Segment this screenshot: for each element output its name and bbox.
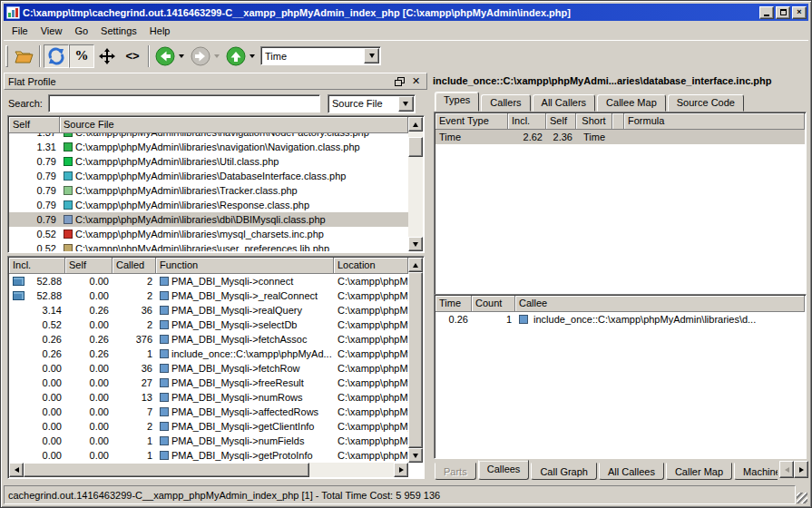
column-header-incl-[interactable]: Incl.: [9, 258, 65, 274]
status-message: cachegrind.out.1416463299-C__xampp_phpMy…: [4, 485, 796, 504]
table-row[interactable]: 0.000.001PMA_DBI_Mysqli->getProtoInfoC:\…: [9, 448, 408, 463]
tab-callees[interactable]: Callees: [478, 460, 530, 480]
resize-grip[interactable]: [797, 493, 807, 503]
vertical-scrollbar[interactable]: [408, 258, 423, 463]
event-type-combobox[interactable]: Time: [260, 46, 381, 65]
table-row[interactable]: 0.000.0027PMA_DBI_Mysqli->freeResultC:\x…: [9, 376, 408, 390]
table-row[interactable]: 0.000.007PMA_DBI_Mysqli->affectedRowsC:\…: [9, 405, 408, 419]
tab-all-callers[interactable]: All Callers: [533, 94, 596, 112]
tab-parts[interactable]: Parts: [435, 463, 476, 480]
scroll-down-button[interactable]: [408, 237, 423, 251]
function-cell: PMA_DBI_Mysqli->affectedRows: [156, 405, 334, 419]
tab-machine[interactable]: Machine: [734, 463, 778, 480]
table-row[interactable]: 0.79C:\xampp\phpMyAdmin\libraries\Respon…: [9, 198, 408, 212]
scroll-left-button[interactable]: [9, 463, 24, 477]
menu-item-help[interactable]: Help: [143, 24, 177, 38]
up-button[interactable]: [223, 44, 249, 68]
tab-source-code[interactable]: Source Code: [668, 94, 744, 112]
menu-item-settings[interactable]: Settings: [94, 24, 143, 38]
column-header-time[interactable]: Time: [435, 296, 472, 312]
forward-dropdown-caret[interactable]: [214, 54, 220, 58]
minimize-button[interactable]: [759, 6, 774, 19]
column-header-formula[interactable]: Formula: [624, 113, 805, 130]
table-row[interactable]: 0.260.261include_once::C:\xampp\phpMyAd.…: [9, 347, 408, 361]
menu-item-view[interactable]: View: [34, 24, 69, 38]
table-row[interactable]: 0.79C:\xampp\phpMyAdmin\libraries\Tracke…: [9, 183, 408, 198]
title-bar[interactable]: C:\xampp\tmp\cachegrind.out.1416463299-C…: [4, 4, 808, 21]
group-by-combobox[interactable]: Source File: [328, 94, 416, 113]
menu-item-file[interactable]: File: [5, 24, 34, 38]
back-button[interactable]: [152, 44, 178, 68]
table-row[interactable]: 0.52C:\xampp\phpMyAdmin\libraries\mysql_…: [9, 227, 408, 241]
column-header-function[interactable]: Function: [156, 258, 334, 274]
scrollbar-thumb[interactable]: [408, 272, 423, 448]
tab-scroll-left-button[interactable]: [779, 461, 794, 478]
search-input[interactable]: [48, 94, 320, 112]
scrollbar-thumb[interactable]: [408, 137, 423, 157]
back-dropdown-caret[interactable]: [179, 54, 184, 58]
table-row[interactable]: 0.52C:\xampp\phpMyAdmin\libraries\user_p…: [9, 241, 408, 251]
pan-button[interactable]: [94, 44, 120, 68]
scroll-up-button[interactable]: [408, 258, 423, 272]
vertical-scrollbar[interactable]: [408, 117, 423, 251]
tab-callee-map[interactable]: Callee Map: [597, 94, 666, 112]
cost-color-icon: [519, 315, 528, 324]
maximize-button[interactable]: [776, 6, 790, 19]
scroll-down-button[interactable]: [408, 448, 423, 463]
column-header-self[interactable]: Self: [9, 117, 60, 133]
column-header-callee[interactable]: Callee: [515, 296, 805, 312]
column-header-location[interactable]: Location: [334, 258, 408, 274]
column-header-called[interactable]: Called: [113, 258, 156, 274]
column-header-self[interactable]: Self: [546, 113, 576, 130]
column-header-source-file[interactable]: Source File: [60, 117, 408, 133]
column-header-event-type[interactable]: Event Type: [435, 113, 508, 130]
dock-title-bar[interactable]: Flat Profile ✕: [4, 73, 427, 90]
tab-call-graph[interactable]: Call Graph: [531, 463, 597, 480]
close-button[interactable]: ×: [792, 6, 807, 19]
table-row[interactable]: 0.000.0036PMA_DBI_Mysqli->fetchRowC:\xam…: [9, 361, 408, 376]
table-row[interactable]: 0.261 include_once::C:\xampp\phpMyAdmin\…: [435, 312, 805, 327]
scrollbar-thumb[interactable]: [24, 463, 309, 477]
column-header-spacer[interactable]: [612, 113, 624, 130]
table-row[interactable]: 1.31C:\xampp\phpMyAdmin\libraries\naviga…: [9, 140, 408, 154]
table-row[interactable]: 0.520.002PMA_DBI_Mysqli->selectDbC:\xamp…: [9, 318, 408, 332]
table-row[interactable]: Time2.622.36Time: [435, 130, 805, 144]
up-dropdown-caret[interactable]: [249, 54, 255, 58]
tab-types[interactable]: Types: [435, 92, 479, 112]
table-row[interactable]: 0.260.26376PMA_DBI_Mysqli->fetchAssocC:\…: [9, 332, 408, 347]
dock-close-button[interactable]: ✕: [409, 75, 423, 88]
tab-callers[interactable]: Callers: [481, 94, 530, 112]
table-row[interactable]: 0.000.001PMA_DBI_Mysqli->numFieldsC:\xam…: [9, 434, 408, 448]
table-row[interactable]: 3.140.2636PMA_DBI_Mysqli->realQueryC:\xa…: [9, 303, 408, 318]
combo-dropdown-button[interactable]: [398, 96, 414, 112]
table-row[interactable]: 52.880.002PMA_DBI_Mysqli->_realConnectC:…: [9, 288, 408, 303]
table-row[interactable]: 1.37C:\xampp\phpMyAdmin\libraries\naviga…: [9, 133, 408, 140]
relative-percent-button[interactable]: %: [69, 44, 94, 68]
menu-item-go[interactable]: Go: [68, 24, 94, 38]
toolbar-handle[interactable]: [5, 45, 8, 67]
column-header-incl-[interactable]: Incl.: [508, 113, 546, 130]
incl-cost-cell: 0.00: [9, 361, 65, 376]
table-row[interactable]: 0.000.002PMA_DBI_Mysqli->getClientInfoC:…: [9, 419, 408, 434]
table-row[interactable]: 0.79C:\xampp\phpMyAdmin\libraries\Databa…: [9, 169, 408, 183]
table-row[interactable]: 0.000.0013PMA_DBI_Mysqli->numRowsC:\xamp…: [9, 390, 408, 405]
column-header-short[interactable]: Short: [576, 113, 612, 130]
scroll-up-button[interactable]: [408, 117, 423, 132]
column-header-count[interactable]: Count: [472, 296, 515, 312]
tab-all-callees[interactable]: All Callees: [599, 463, 664, 480]
expand-collapse-button[interactable]: <>: [120, 44, 145, 68]
self-cost-cell: 0.79: [9, 169, 60, 183]
tab-caller-map[interactable]: Caller Map: [666, 463, 732, 480]
column-header-self[interactable]: Self: [65, 258, 113, 274]
dock-float-button[interactable]: [393, 75, 406, 88]
horizontal-scrollbar[interactable]: [9, 463, 408, 477]
table-row[interactable]: 0.79C:\xampp\phpMyAdmin\libraries\dbi\DB…: [9, 212, 408, 227]
open-file-button[interactable]: [11, 44, 36, 68]
combo-dropdown-button[interactable]: [364, 48, 379, 64]
table-row[interactable]: 52.880.002PMA_DBI_Mysqli->connectC:\xamp…: [9, 274, 408, 288]
tab-scroll-right-button[interactable]: [794, 461, 808, 478]
scroll-right-button[interactable]: [394, 463, 408, 477]
table-row[interactable]: 0.79C:\xampp\phpMyAdmin\libraries\Util.c…: [9, 154, 408, 169]
reload-button[interactable]: [44, 44, 69, 68]
forward-button[interactable]: [188, 44, 213, 68]
